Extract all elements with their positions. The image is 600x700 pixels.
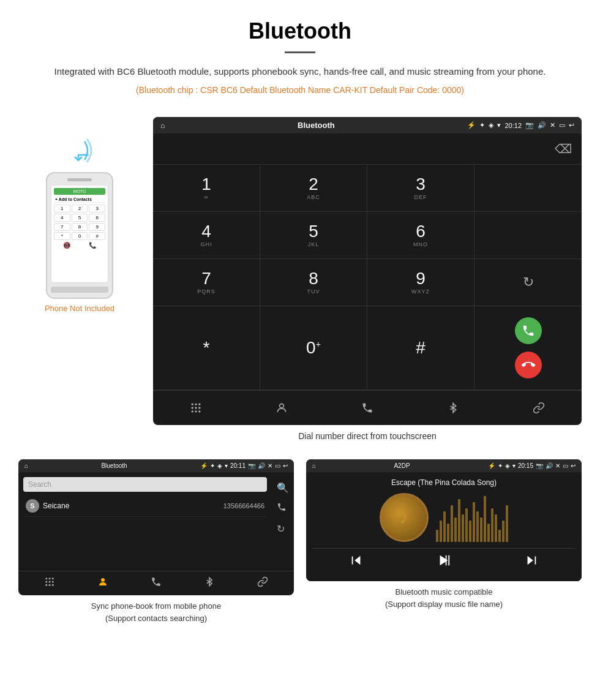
pb-dialpad-icon[interactable] bbox=[44, 576, 55, 590]
home-icon[interactable]: ⌂ bbox=[160, 121, 165, 130]
usb-icon: ⚡ bbox=[467, 121, 476, 129]
close-icon[interactable]: ✕ bbox=[550, 121, 555, 129]
dial-key-5[interactable]: 5 JKL bbox=[260, 212, 367, 259]
search-bar[interactable]: Search bbox=[23, 477, 267, 492]
pb-back-icon[interactable]: ↩ bbox=[283, 462, 288, 469]
pb-home-icon[interactable]: ⌂ bbox=[24, 462, 28, 469]
dial-key-0[interactable]: 0+ bbox=[260, 306, 367, 390]
phone-screen-bar: MOTO bbox=[54, 188, 105, 195]
dial-key-3[interactable]: 3 DEF bbox=[367, 165, 474, 212]
dial-key-4[interactable]: 4 GHI bbox=[153, 212, 260, 259]
reload-icon-right[interactable]: ↻ bbox=[277, 523, 289, 535]
svg-point-16 bbox=[52, 581, 54, 583]
status-right: ⚡ ✦ ◈ ▾ 20:12 📷 🔊 ✕ ▭ ↩ bbox=[467, 121, 574, 129]
music-home-icon[interactable]: ⌂ bbox=[312, 462, 316, 469]
phone-speaker bbox=[67, 178, 92, 181]
page-title: Bluetooth bbox=[37, 18, 563, 44]
backspace-button[interactable]: ⌫ bbox=[555, 141, 572, 156]
link-icon[interactable] bbox=[496, 397, 582, 419]
phone-bottom-bar: 📵 📞 bbox=[54, 242, 105, 249]
play-pause-button[interactable] bbox=[437, 554, 451, 570]
call-icon-right[interactable] bbox=[277, 502, 289, 514]
bottom-screens-section: ⌂ Bluetooth ⚡ ✦ ◈ ▾ 20:11 📷 🔊 ✕ ▭ ↩ bbox=[0, 459, 600, 636]
dial-empty-1 bbox=[474, 165, 582, 212]
phone-screen-title: + Add to Contacts bbox=[54, 197, 105, 203]
contacts-icon[interactable] bbox=[239, 397, 324, 419]
svg-point-8 bbox=[195, 410, 197, 412]
pb-bluetooth-icon[interactable] bbox=[204, 576, 215, 590]
dial-empty-2 bbox=[474, 212, 582, 259]
svg-point-18 bbox=[49, 584, 51, 586]
pb-cam-icon[interactable]: 📷 bbox=[248, 462, 255, 469]
dial-input-row: ⌫ bbox=[153, 134, 582, 164]
music-cam-icon[interactable]: 📷 bbox=[536, 462, 543, 469]
bluetooth-bottom-icon[interactable] bbox=[410, 397, 496, 419]
music-back-icon[interactable]: ↩ bbox=[571, 462, 576, 469]
pb-title: Bluetooth bbox=[101, 462, 127, 469]
call-button[interactable] bbox=[515, 317, 542, 344]
music-bt-icon: ✦ bbox=[498, 462, 503, 469]
svg-point-13 bbox=[52, 578, 54, 579]
dial-key-hash[interactable]: # bbox=[367, 306, 474, 390]
svg-point-9 bbox=[198, 410, 200, 412]
header-description: Integrated with BC6 Bluetooth module, su… bbox=[37, 64, 563, 79]
music-visualizer bbox=[436, 493, 508, 542]
dial-key-8[interactable]: 8 TUV bbox=[260, 259, 367, 306]
svg-marker-21 bbox=[354, 556, 360, 565]
svg-point-5 bbox=[195, 407, 197, 408]
dial-call-end-row bbox=[474, 306, 582, 390]
pb-phone-icon[interactable] bbox=[151, 576, 162, 590]
svg-point-19 bbox=[52, 584, 54, 586]
svg-point-17 bbox=[46, 584, 48, 586]
dialpad-icon[interactable] bbox=[153, 397, 239, 419]
dial-key-6[interactable]: 6 MNO bbox=[367, 212, 474, 259]
status-center-title: Bluetooth bbox=[298, 121, 335, 130]
dial-key-star[interactable]: * bbox=[153, 306, 260, 390]
dial-screen-container: ⌂ Bluetooth ⚡ ✦ ◈ ▾ 20:12 📷 🔊 ✕ ▭ ↩ bbox=[153, 117, 582, 453]
pb-screen-icon[interactable]: ▭ bbox=[275, 462, 280, 469]
svg-point-20 bbox=[101, 578, 105, 582]
svg-point-3 bbox=[198, 404, 200, 405]
svg-point-15 bbox=[49, 581, 51, 583]
search-icon-right[interactable]: 🔍 bbox=[277, 482, 289, 494]
svg-point-1 bbox=[192, 404, 193, 405]
end-call-button[interactable] bbox=[515, 352, 542, 378]
music-close-icon[interactable]: ✕ bbox=[555, 462, 560, 469]
pb-bt-icon: ✦ bbox=[210, 462, 215, 469]
dial-status-bar: ⌂ Bluetooth ⚡ ✦ ◈ ▾ 20:12 📷 🔊 ✕ ▭ ↩ bbox=[153, 117, 582, 134]
pb-person-icon[interactable] bbox=[97, 576, 108, 590]
dial-key-7[interactable]: 7 PQRS bbox=[153, 259, 260, 306]
bluetooth-icon-status: ✦ bbox=[479, 121, 485, 129]
pb-close-icon[interactable]: ✕ bbox=[268, 462, 272, 469]
dial-key-2[interactable]: 2 ABC bbox=[260, 165, 367, 212]
song-title: Escape (The Pina Colada Song) bbox=[391, 478, 497, 487]
svg-point-10 bbox=[280, 404, 284, 408]
music-signal-icon: ▾ bbox=[512, 462, 516, 469]
dial-reload-button[interactable]: ↻ bbox=[474, 259, 582, 306]
phone-mockup: MOTO + Add to Contacts 1 2 3 4 5 6 7 8 9… bbox=[46, 172, 113, 299]
music-screen-icon[interactable]: ▭ bbox=[563, 462, 568, 469]
dial-key-9[interactable]: 9 WXYZ bbox=[367, 259, 474, 306]
back-icon[interactable]: ↩ bbox=[569, 121, 574, 129]
volume-icon[interactable]: 🔊 bbox=[538, 121, 546, 129]
camera-icon[interactable]: 📷 bbox=[525, 121, 534, 129]
music-vol-icon[interactable]: 🔊 bbox=[546, 462, 553, 469]
dial-key-1[interactable]: 1 ∞ bbox=[153, 165, 260, 212]
skip-forward-button[interactable] bbox=[525, 554, 538, 570]
reload-icon: ↻ bbox=[523, 274, 534, 290]
screen-icon[interactable]: ▭ bbox=[559, 121, 565, 129]
svg-point-4 bbox=[192, 407, 193, 408]
pb-signal-icon: ▾ bbox=[225, 462, 228, 469]
music-album-area: ♪ bbox=[380, 493, 508, 542]
phone-icon[interactable] bbox=[324, 397, 410, 419]
phonebook-entry-seicane[interactable]: S Seicane 13566664466 bbox=[23, 495, 267, 517]
entry-name: Seicane bbox=[43, 502, 220, 510]
phone-not-included-label: Phone Not Included bbox=[45, 304, 114, 313]
pb-vol-icon[interactable]: 🔊 bbox=[258, 462, 265, 469]
svg-point-12 bbox=[49, 578, 51, 579]
skip-back-button[interactable] bbox=[350, 554, 363, 570]
music-caption: Bluetooth music compatible(Support displ… bbox=[306, 586, 582, 610]
svg-point-2 bbox=[195, 404, 197, 405]
pb-link-icon[interactable] bbox=[257, 576, 268, 590]
music-status-bar: ⌂ A2DP ⚡ ✦ ◈ ▾ 20:15 📷 🔊 ✕ ▭ ↩ bbox=[306, 459, 582, 472]
